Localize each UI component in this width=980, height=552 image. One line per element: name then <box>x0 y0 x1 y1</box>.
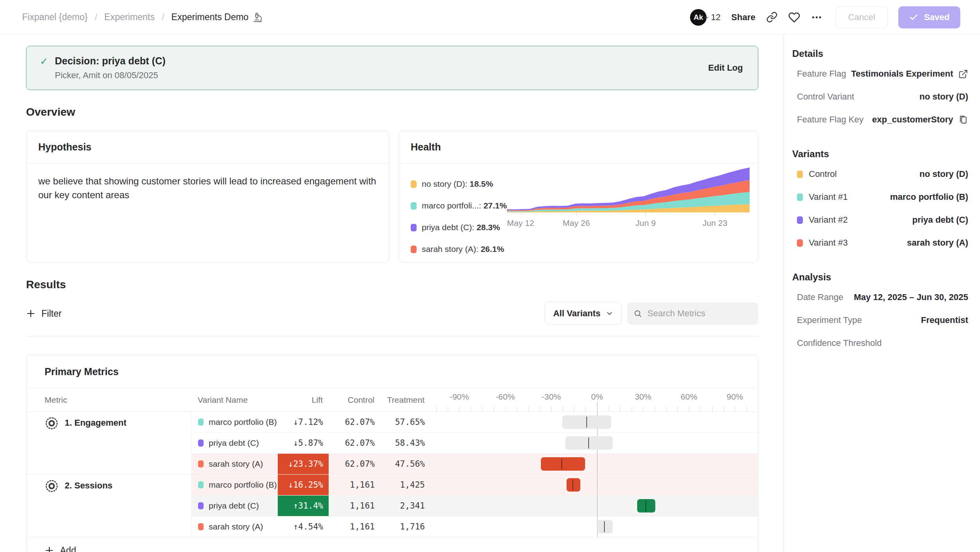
legend-item: priya debt (C): 28.3% <box>411 223 507 232</box>
health-title: Health <box>399 131 758 163</box>
share-button[interactable]: Share <box>731 12 756 23</box>
variants-row: Variant #1marco portfolio (B) <box>792 186 968 208</box>
axis-label: -90% <box>450 392 469 402</box>
zero-line <box>597 475 598 495</box>
column-gap <box>425 516 437 537</box>
variant-name: sarah story (A) <box>209 522 263 531</box>
ci-marker <box>586 417 587 428</box>
axis-tick <box>551 407 552 411</box>
detail-value: May 12, 2025 – Jun 30, 2025 <box>854 292 968 302</box>
external-link-icon[interactable] <box>958 69 968 79</box>
table-row[interactable]: sarah story (A)↓23.37%62.07%47.56% <box>192 453 758 474</box>
table-row[interactable]: priya debt (C)↓5.87%62.07%58.43% <box>192 432 758 453</box>
main-content: ✓ Decision: priya debt (C) Picker, Amit … <box>0 35 783 552</box>
breadcrumb-item[interactable]: Fixpanel {demo} <box>22 12 88 23</box>
variant-name: priya debt (C) <box>209 438 259 448</box>
variants-dropdown[interactable]: All Variants <box>545 302 622 325</box>
more-options-icon[interactable] <box>811 11 823 23</box>
breadcrumb-label: Experiments Demo <box>171 12 249 23</box>
table-row[interactable]: marco portfolio (B)↓16.25%1,1611,425 <box>192 475 758 495</box>
detail-value-text: Testimonials Experiment <box>851 69 953 79</box>
decision-banner: ✓ Decision: priya debt (C) Picker, Amit … <box>26 46 758 90</box>
axis-tick <box>609 407 609 411</box>
detail-label: Feature Flag Key <box>797 115 864 125</box>
axis-tick <box>712 407 713 411</box>
variant-swatch <box>198 439 204 447</box>
hypothesis-card: Hypothesis we believe that showing custo… <box>26 130 389 263</box>
variant-name: priya debt (C) <box>209 501 259 511</box>
sidebar-section-details: DetailsFeature FlagTestimonials Experime… <box>792 48 968 131</box>
analysis-heading: Analysis <box>792 272 968 283</box>
axis-tick <box>574 407 574 411</box>
health-legend: no story (D): 18.5%marco portfoli...: 27… <box>411 166 507 254</box>
axis-tick <box>620 407 621 411</box>
metric-rows: marco portfolio (B)↓7.12%62.07%57.65%pri… <box>191 412 758 474</box>
lift-value: ↓16.25% <box>278 475 329 495</box>
axis-tick <box>585 407 586 411</box>
variants-row: Variant #2priya debt (C) <box>792 208 968 231</box>
copy-link-icon[interactable] <box>766 11 778 23</box>
legend-label: marco portfoli...: 27.1% <box>422 201 507 210</box>
ci-marker <box>572 479 573 490</box>
metric-name: 1. Engagement <box>65 416 126 428</box>
variant-swatch <box>198 523 204 530</box>
variant-cell: priya debt (C) <box>192 433 278 453</box>
variant-row-label: Variant #1 <box>797 192 848 202</box>
detail-value: exp_customerStory <box>872 115 968 125</box>
variant-cell: sarah story (A) <box>192 454 278 474</box>
experiment-page: Fixpanel {demo}/Experiments/Experiments … <box>0 0 980 552</box>
variant-value: priya debt (C) <box>912 215 968 225</box>
table-row[interactable]: priya debt (C)↑31.4%1,1612,341 <box>192 495 758 516</box>
ci-bar <box>637 499 656 513</box>
variant-swatch <box>797 171 803 178</box>
legend-swatch <box>411 202 417 210</box>
ci-chart-cell <box>437 412 758 432</box>
legend-item: no story (D): 18.5% <box>411 179 507 189</box>
table-header: MetricVariant NameLiftControlTreatment-9… <box>26 389 758 411</box>
table-row[interactable]: sarah story (A)↑4.54%1,1611,716 <box>192 516 758 537</box>
axis-tick <box>448 407 448 411</box>
detail-value-text: Frequentist <box>921 315 968 325</box>
axis-tick <box>746 407 747 411</box>
analysis-row: Confidence Threshold <box>792 332 968 355</box>
copy-icon[interactable] <box>958 115 968 125</box>
legend-label: sarah story (A): 26.1% <box>422 244 504 254</box>
table-row[interactable]: marco portfolio (B)↓7.12%62.07%57.65% <box>192 412 758 432</box>
lift-value: ↓7.12% <box>278 412 329 432</box>
axis-label: 30% <box>635 392 651 402</box>
variant-row-label: Control <box>797 169 837 179</box>
search-metrics-input[interactable] <box>647 308 752 319</box>
legend-label: priya debt (C): 28.3% <box>422 223 500 232</box>
search-icon <box>634 309 642 318</box>
details-sidebar: DetailsFeature FlagTestimonials Experime… <box>783 35 980 552</box>
cancel-button[interactable]: Cancel <box>836 6 888 28</box>
variant-swatch <box>198 481 204 488</box>
edit-log-button[interactable]: Edit Log <box>708 63 743 73</box>
axis-tick <box>677 407 678 411</box>
save-button[interactable]: Saved <box>898 6 960 28</box>
breadcrumb: Fixpanel {demo}/Experiments/Experiments … <box>22 12 263 23</box>
top-bar: Fixpanel {demo}/Experiments/Experiments … <box>0 0 980 35</box>
add-metric-button[interactable]: Add <box>26 537 758 552</box>
control-value: 1,161 <box>329 475 375 495</box>
overview-heading: Overview <box>26 106 758 118</box>
search-metrics-box <box>627 302 758 325</box>
breadcrumb-label: Fixpanel {demo} <box>22 12 88 22</box>
chevron-down-icon <box>606 310 613 317</box>
axis-tick <box>700 407 701 411</box>
variant-row-label: Variant #3 <box>797 238 848 248</box>
axis-tick <box>632 407 632 411</box>
variant-swatch <box>797 216 803 224</box>
axis-tick <box>563 407 563 411</box>
decision-title: Decision: priya debt (C) <box>55 55 166 67</box>
results-heading: Results <box>26 278 758 291</box>
details-rows: Feature FlagTestimonials ExperimentContr… <box>792 62 968 131</box>
breadcrumb-item[interactable]: Experiments <box>104 12 155 23</box>
axis-tick <box>666 407 666 411</box>
variant-cell: marco portfolio (B) <box>192 412 278 432</box>
metric-target-icon <box>45 479 59 493</box>
legend-label: no story (D): 18.5% <box>422 179 493 189</box>
column-gap <box>425 496 437 516</box>
filter-button[interactable]: Filter <box>26 308 62 319</box>
favorite-heart-icon[interactable] <box>788 11 800 23</box>
